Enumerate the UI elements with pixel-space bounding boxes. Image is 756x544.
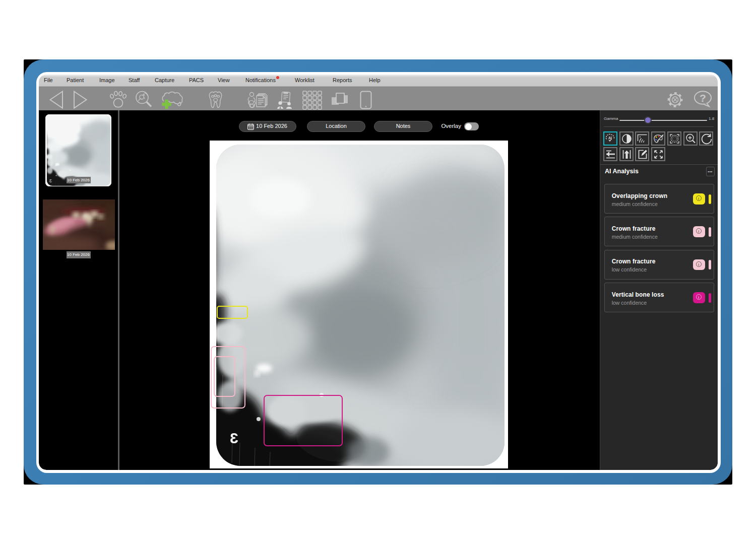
- svg-text:?: ?: [700, 92, 706, 104]
